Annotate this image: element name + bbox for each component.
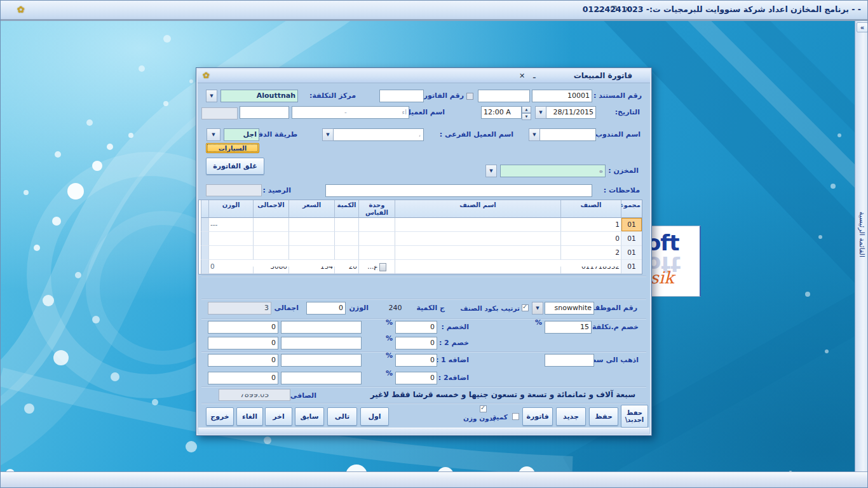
table-row[interactable]: 012 [199, 246, 642, 260]
discount2-value-field[interactable]: 0 [208, 337, 278, 349]
no-weight-checkbox[interactable] [480, 405, 487, 412]
table-cell[interactable] [288, 232, 334, 246]
cost-center-field[interactable]: Alouttnah [220, 90, 298, 102]
addition1-amount-field[interactable] [281, 354, 362, 367]
next-button[interactable]: تالى [327, 407, 357, 426]
addition1-value-field[interactable]: 0 [208, 354, 278, 367]
table-cell[interactable] [395, 232, 560, 246]
doc-no-field[interactable]: 10001 [532, 90, 592, 102]
table-row[interactable]: 01011718352ع...2015430800 [199, 260, 642, 274]
table-cell[interactable] [334, 246, 358, 260]
table-row[interactable]: 011--- [199, 218, 642, 232]
table-row[interactable]: 010 [199, 232, 642, 246]
goto-line-field[interactable] [545, 354, 594, 367]
main-menu-strip[interactable]: « القائمة الرئيسية [855, 21, 868, 473]
table-cell[interactable] [334, 232, 358, 246]
save-button[interactable]: حفظ [589, 407, 618, 426]
invoice-no-checkbox[interactable] [466, 93, 473, 100]
table-cell[interactable]: 0 [208, 260, 253, 274]
main-titlebar[interactable]: ـ ❐ ✕ - - برنامج المخازن اعداد شركة سنوو… [1, 1, 868, 20]
table-cell[interactable] [253, 232, 288, 246]
table-cell[interactable] [358, 246, 395, 260]
cost-discount-field[interactable]: 15 [545, 321, 592, 334]
customer-aux-field[interactable] [240, 106, 289, 119]
sub-customer-field[interactable]: ، [332, 128, 424, 141]
table-cell[interactable] [395, 260, 560, 274]
table-cell[interactable] [253, 246, 288, 260]
table-cell[interactable]: 01 [621, 218, 642, 232]
first-button[interactable]: اول [360, 407, 389, 426]
previous-button[interactable]: سابق [295, 407, 324, 426]
addition1-pct-field[interactable]: 0 [395, 354, 437, 367]
table-cell[interactable] [395, 246, 560, 260]
invoice-button[interactable]: فاتورة [522, 407, 553, 426]
payment-method-dropdown-button[interactable] [207, 128, 220, 141]
payment-method-field[interactable]: اجل [224, 128, 259, 141]
expand-menu-button[interactable]: « [857, 22, 868, 32]
table-cell[interactable]: 154 [288, 260, 334, 274]
table-cell[interactable] [201, 218, 208, 232]
last-button[interactable]: اخر [265, 407, 292, 426]
dialog-minimize-icon[interactable]: ـ [533, 72, 536, 80]
sort-by-code-checkbox[interactable] [522, 304, 529, 311]
table-cell[interactable]: 01 [621, 260, 642, 274]
new-button[interactable]: جديد [556, 407, 586, 426]
sub-customer-dropdown-button[interactable] [322, 128, 334, 141]
delegate-dropdown-button[interactable] [529, 128, 540, 141]
save-new-button[interactable]: حفظ اجديد\ [621, 405, 648, 428]
addition2-value-field[interactable]: 0 [208, 372, 278, 384]
addition2-pct-field[interactable]: 0 [395, 372, 437, 384]
notes-field[interactable] [325, 184, 592, 197]
table-cell[interactable]: --- [208, 218, 253, 232]
table-cell[interactable] [358, 232, 395, 246]
dialog-close-icon[interactable]: ✕ [519, 72, 525, 80]
warehouse-dropdown-button[interactable] [485, 165, 497, 177]
dialog-titlebar[interactable]: ✕ ـ فاتورة المبيعات [198, 69, 650, 83]
customer-name-field[interactable]: اء - [292, 106, 409, 119]
invoice-no-field[interactable] [379, 90, 424, 102]
weight-total-field[interactable]: 0 [306, 302, 346, 315]
table-cell[interactable]: ع... [358, 260, 395, 274]
date-field[interactable]: 28/11/2015 [545, 106, 596, 119]
employee-dropdown-button[interactable] [532, 302, 543, 315]
cars-button[interactable]: السيارات [206, 143, 259, 153]
discount2-amount-field[interactable] [281, 337, 362, 349]
table-cell[interactable] [288, 218, 334, 232]
table-cell[interactable] [253, 218, 288, 232]
time-field[interactable]: 12:00 A [481, 106, 522, 119]
close-invoice-button[interactable]: غلق الفاتورة [206, 158, 264, 175]
table-cell[interactable]: 01 [621, 232, 642, 246]
addition2-amount-field[interactable] [281, 372, 362, 384]
exit-button[interactable]: خروج [206, 407, 234, 426]
unit-picker-button[interactable] [379, 263, 386, 271]
table-cell[interactable] [208, 246, 253, 260]
table-cell[interactable] [208, 232, 253, 246]
table-cell[interactable]: 2 [560, 246, 621, 260]
table-cell[interactable] [201, 246, 208, 260]
time-spinner[interactable]: ▲▼ [522, 106, 531, 119]
date-dropdown-button[interactable] [535, 106, 546, 119]
table-cell[interactable]: 011718352 [560, 260, 621, 274]
table-cell[interactable]: 0 [560, 232, 621, 246]
warehouse-field[interactable]: ه [500, 165, 606, 177]
discount-pct-field[interactable]: 0 [395, 321, 437, 334]
table-cell[interactable] [334, 218, 358, 232]
quantity-checkbox[interactable] [512, 413, 519, 420]
table-cell[interactable] [395, 218, 560, 232]
table-cell[interactable]: 20 [334, 260, 358, 274]
table-cell[interactable]: 3080 [253, 260, 288, 274]
table-cell[interactable]: 01 [621, 246, 642, 260]
cost-center-dropdown-button[interactable] [206, 90, 217, 102]
discount-value-field[interactable]: 0 [208, 321, 278, 334]
table-cell[interactable] [358, 218, 395, 232]
table-cell[interactable]: 1 [560, 218, 621, 232]
discount2-pct-field[interactable]: 0 [395, 337, 437, 349]
table-cell[interactable] [201, 232, 208, 246]
delegate-field[interactable] [539, 128, 596, 141]
doc-no-aux-field[interactable] [478, 90, 530, 102]
table-cell[interactable] [288, 246, 334, 260]
discount-amount-field[interactable] [281, 321, 362, 334]
employee-field[interactable]: snowwhite [545, 302, 594, 315]
table-cell[interactable] [201, 260, 208, 274]
cancel-button[interactable]: الغاء [236, 407, 263, 426]
